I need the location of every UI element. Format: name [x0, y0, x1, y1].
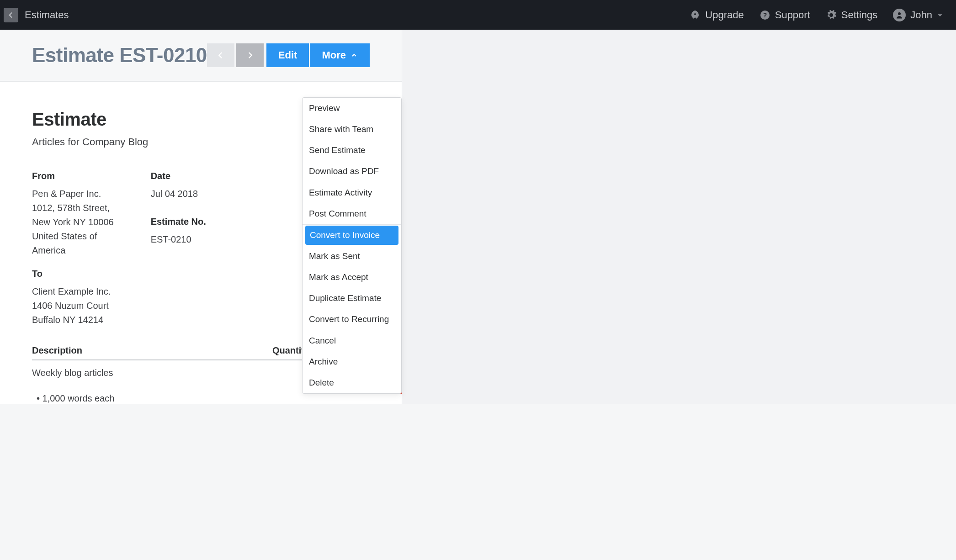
to-label: To	[32, 269, 133, 279]
dropdown-download-pdf[interactable]: Download as PDF	[303, 161, 401, 182]
support-link[interactable]: ? Support	[759, 9, 810, 21]
from-block: Pen & Paper Inc. 1012, 578th Street, New…	[32, 187, 133, 258]
date-value: Jul 04 2018	[151, 187, 251, 201]
dropdown-post-comment[interactable]: Post Comment	[303, 203, 401, 224]
to-line: Buffalo NY 14214	[32, 313, 133, 327]
dropdown-mark-accept[interactable]: Mark as Accept	[303, 267, 401, 288]
settings-label: Settings	[841, 9, 878, 21]
record-nav	[207, 43, 264, 67]
settings-link[interactable]: Settings	[826, 9, 878, 21]
prev-button[interactable]	[207, 43, 234, 67]
svg-point-2	[898, 12, 901, 15]
from-line: United States of America	[32, 229, 133, 258]
dropdown-share-team[interactable]: Share with Team	[303, 119, 401, 140]
user-name: John	[910, 9, 932, 21]
page-title: Estimate EST-0210	[32, 44, 207, 67]
support-label: Support	[775, 9, 810, 21]
estimate-no-label: Estimate No.	[151, 217, 251, 227]
from-label: From	[32, 171, 133, 181]
dropdown-cancel[interactable]: Cancel	[303, 330, 401, 351]
more-button[interactable]: More	[310, 43, 370, 67]
to-line: 1406 Nuzum Court	[32, 299, 133, 313]
dropdown-send-estimate[interactable]: Send Estimate	[303, 140, 401, 161]
svg-text:?: ?	[763, 11, 767, 19]
dropdown-duplicate[interactable]: Duplicate Estimate	[303, 288, 401, 309]
chevron-up-icon	[351, 52, 358, 59]
edit-button[interactable]: Edit	[266, 43, 309, 67]
chevron-down-icon	[937, 12, 943, 18]
upgrade-link[interactable]: Upgrade	[690, 9, 744, 21]
upgrade-label: Upgrade	[705, 9, 744, 21]
help-icon: ?	[759, 10, 770, 21]
more-label: More	[322, 49, 346, 61]
avatar	[893, 9, 906, 21]
user-icon	[895, 11, 903, 19]
more-dropdown: Preview Share with Team Send Estimate Do…	[302, 97, 402, 394]
edit-label: Edit	[278, 49, 297, 61]
dropdown-archive[interactable]: Archive	[303, 351, 401, 372]
dropdown-convert-recurring[interactable]: Convert to Recurring	[303, 309, 401, 330]
content: Estimate EST-0210 Edit More Estimate Art…	[0, 30, 402, 404]
rocket-icon	[690, 10, 701, 21]
user-menu[interactable]: John	[893, 9, 943, 21]
from-line: 1012, 578th Street,	[32, 201, 133, 215]
date-label: Date	[151, 171, 251, 181]
breadcrumb[interactable]: Estimates	[25, 9, 69, 21]
dropdown-delete[interactable]: Delete	[303, 372, 401, 393]
dropdown-mark-sent[interactable]: Mark as Sent	[303, 246, 401, 267]
from-line: New York NY 10006	[32, 215, 133, 229]
to-line: Client Example Inc.	[32, 285, 133, 299]
estimate-no-value: EST-0210	[151, 232, 251, 247]
dropdown-convert-invoice[interactable]: Convert to Invoice	[305, 226, 398, 245]
to-block: Client Example Inc. 1406 Nuzum Court Buf…	[32, 285, 133, 327]
dropdown-preview[interactable]: Preview	[303, 98, 401, 119]
dropdown-estimate-activity[interactable]: Estimate Activity	[303, 182, 401, 203]
topbar: Estimates Upgrade ? Support Settings Joh…	[0, 0, 956, 30]
gear-icon	[826, 10, 837, 21]
line-desc: Weekly blog articles	[32, 368, 261, 388]
page-header: Estimate EST-0210 Edit More	[0, 30, 402, 81]
from-line: Pen & Paper Inc.	[32, 187, 133, 201]
next-button[interactable]	[236, 43, 264, 67]
back-button[interactable]	[4, 8, 18, 22]
col-description: Description	[32, 345, 261, 356]
line-bullet: • 1,000 words each	[32, 393, 370, 404]
